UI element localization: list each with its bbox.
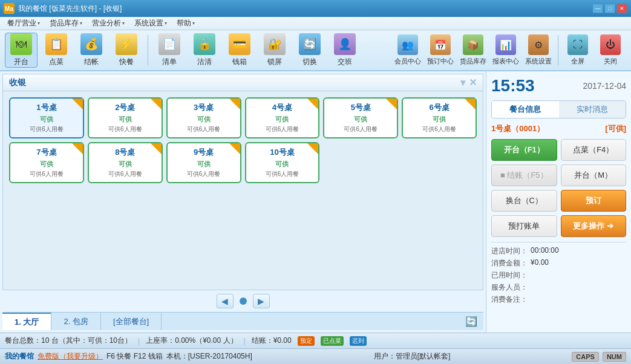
next-page-button[interactable]: ▶ [253,294,270,308]
user-text: 用户：管理员[默认帐套] [374,351,451,362]
bottombar: 我的餐馆 免费版（我要升级） F6 快餐 F12 钱箱 本机：[USER-201… [0,348,631,364]
member-center-button[interactable]: 👥 会员中心 [392,33,423,68]
amount-label: 消费金额： [491,258,531,268]
tab-hall[interactable]: 1. 大厅 [2,313,51,330]
table-card-3[interactable]: 3号桌 可供 可供6人用餐 [166,97,241,138]
tab-all[interactable]: [全部餐台] [101,313,162,330]
app-close-button[interactable]: ⏻ 关闭 [595,33,626,68]
table-flag-3 [229,99,240,109]
table-card-2[interactable]: 2号桌 可供 可供6人用餐 [88,97,163,138]
minimize-button[interactable]: — [592,4,603,13]
page-indicator [240,297,247,305]
table-desc-1: 可供6人用餐 [30,125,64,134]
table-name-4: 4号桌 [272,102,292,113]
toolbar: 🍽 开台 📋 点菜 💰 结帐 ⚡ 快餐 📄 清单 🔒 沽清 💳 钱箱 🔐 锁屏 … [0,30,631,71]
open-table-button[interactable]: 🍽 开台 [5,33,38,68]
close-panel-icon[interactable]: ✕ [469,77,477,88]
table-name-1: 1号桌 [36,102,56,113]
switch-button[interactable]: 🔄 切换 [293,33,326,68]
app-name-text: 我的餐馆 [5,351,34,362]
prev-page-button[interactable]: ◀ [217,294,234,308]
upgrade-link[interactable]: 免费版（我要升级） [38,351,103,362]
fullscreen-button[interactable]: ⛶ 全屏 [562,33,593,68]
menu-system[interactable]: 系统设置 ▾ [129,17,172,30]
lockscreen-button[interactable]: 🔐 锁屏 [258,33,291,68]
sold-out-button[interactable]: 🔒 沽清 [188,33,221,68]
clock: 15:53 [491,76,535,96]
menu-inventory[interactable]: 货品库存 ▾ [45,17,87,30]
system-settings-button[interactable]: ⚙ 系统设置 [523,33,554,68]
action-row-3: 换台（C） 预订 [491,190,626,212]
clear-button[interactable]: 📄 清单 [153,33,186,68]
preorder-button[interactable]: 预订 [561,190,627,212]
checkout-icon: 💰 [80,33,102,55]
table-card-8[interactable]: 8号桌 可供 可供6人用餐 [88,142,163,183]
table-card-1[interactable]: 1号桌 可供 可供6人用餐 [9,97,84,138]
menu-analysis[interactable]: 营业分析 ▾ [87,17,129,30]
order-f4-button[interactable]: 点菜（F4） [561,139,627,161]
inventory-mgr-button[interactable]: 📦 货品库存 [457,33,489,68]
checkout-f5-button[interactable]: ■ 结账（F5） [491,164,557,186]
table-flag-10 [307,143,318,154]
action-row-4: 预打账单 更多操作 ➔ [491,215,626,237]
preorder-badge: 预定 [298,336,315,346]
change-table-button[interactable]: 换台（C） [491,190,557,212]
table-card-4[interactable]: 4号桌 可供 可供6人用餐 [245,97,320,138]
more-ops-button[interactable]: 更多操作 ➔ [561,215,627,237]
table-status-1: 可供 [40,115,53,124]
table-desc-4: 可供6人用餐 [266,125,299,134]
table-name-9: 9号桌 [194,147,214,158]
checkout-button[interactable]: 💰 结帐 [75,33,108,68]
table-flag-4 [307,99,318,109]
toolbar-separator-1 [148,35,148,65]
tab-realtime[interactable]: 实时消息 [559,101,626,118]
lockscreen-icon: 🔐 [264,33,286,55]
open-table-f1-button[interactable]: 开台（F1） [491,139,557,161]
table-status-8: 可供 [119,160,132,169]
quick-meal-icon: ⚡ [116,33,137,55]
menu-help[interactable]: 帮助 ▾ [172,17,200,30]
maximize-button[interactable]: □ [604,4,615,13]
collapse-icon[interactable]: ▾ [460,77,465,88]
table-name-3: 3号桌 [194,102,214,113]
menu-help-label: 帮助 [177,18,191,28]
table-status-2: 可供 [119,115,132,124]
report-center-button[interactable]: 📊 报表中心 [490,33,521,68]
selected-table-status: [可供] [605,123,626,134]
table-card-6[interactable]: 6号桌 可供 可供6人用餐 [402,97,477,138]
info-rows: 进店时间： 00:00:00 消费金额： ¥0.00 已用时间： 服务人员： 消… [491,242,626,307]
order-button[interactable]: 📋 点菜 [40,33,73,68]
refresh-button[interactable]: 🔄 [459,313,483,330]
print-bill-button[interactable]: 预打账单 [491,215,557,237]
titlebar-controls: — □ ✕ [592,4,627,13]
table-card-5[interactable]: 5号桌 可供 可供6人用餐 [323,97,398,138]
tab-private[interactable]: 2. 包房 [51,313,100,330]
menu-restaurant[interactable]: 餐厅营业 ▾ [2,17,45,30]
inventory-mgr-label: 货品库存 [460,57,486,66]
handover-button[interactable]: 👤 交班 [329,33,361,68]
system-settings-label: 系统设置 [525,57,552,66]
quick-meal-button[interactable]: ⚡ 快餐 [110,33,143,68]
status-sep-1: | [138,337,140,345]
table-name-2: 2号桌 [115,102,135,113]
tab-table-info[interactable]: 餐台信息 [492,101,559,118]
table-card-10[interactable]: 10号桌 可供 可供6人用餐 [245,142,320,183]
table-name-10: 10号桌 [270,147,294,158]
table-name-5: 5号桌 [351,102,371,113]
table-status-10: 可供 [275,160,289,169]
window-close-button[interactable]: ✕ [616,4,627,13]
booking-center-button[interactable]: 📅 预订中心 [425,33,456,68]
table-card-7[interactable]: 7号桌 可供 可供6人用餐 [9,142,84,183]
booking-center-icon: 📅 [430,34,451,55]
action-row-2: ■ 结账（F5） 并台（M） [491,164,626,186]
chevron-down-icon: ▾ [38,21,40,26]
table-desc-6: 可供6人用餐 [422,125,456,134]
switch-icon: 🔄 [299,33,321,55]
merge-table-button[interactable]: 并台（M） [561,164,627,186]
right-panel: 15:53 2017-12-04 餐台信息 实时消息 1号桌（0001） [可供… [486,71,631,333]
titlebar-title: 我的餐馆 [饭菜先生软件] - [收银] [18,4,122,14]
open-table-icon: 🍽 [10,33,32,55]
quick-meal-label: 快餐 [119,57,134,67]
table-card-9[interactable]: 9号桌 可供 可供6人用餐 [166,142,241,183]
cashbox-button[interactable]: 💳 钱箱 [223,33,256,68]
